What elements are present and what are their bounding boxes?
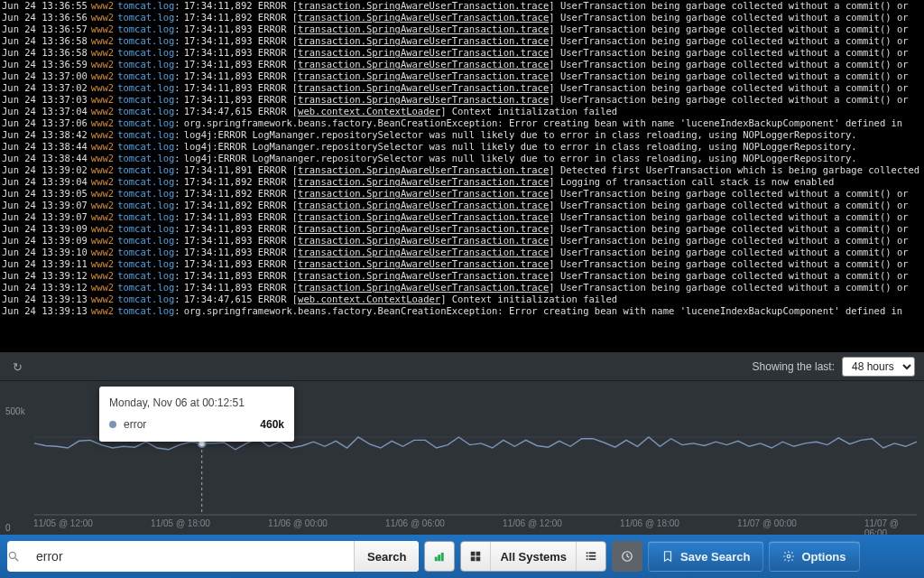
- log-line[interactable]: Jun 24 13:39:07www2tomcat.log: 17:34:11,…: [2, 211, 922, 223]
- time-button[interactable]: [612, 541, 642, 572]
- x-axis-tick: 11/06 @ 06:00: [385, 518, 445, 528]
- log-line[interactable]: Jun 24 13:37:04www2tomcat.log: 17:34:47,…: [2, 106, 922, 117]
- systems-label[interactable]: All Systems: [490, 542, 576, 571]
- svg-point-22: [788, 555, 791, 558]
- log-line[interactable]: Jun 24 13:39:10www2tomcat.log: 17:34:11,…: [2, 247, 922, 258]
- tooltip-series-name: error: [124, 416, 260, 433]
- tooltip-header: Monday, Nov 06 at 00:12:51: [109, 395, 284, 411]
- systems-combo: All Systems: [460, 541, 606, 572]
- log-line[interactable]: Jun 24 13:39:05www2tomcat.log: 17:34:11,…: [2, 188, 922, 200]
- chart-topbar: ↻ Showing the last: 48 hours: [0, 352, 924, 381]
- search-button[interactable]: Search: [354, 541, 419, 572]
- log-line[interactable]: Jun 24 13:39:02www2tomcat.log: 17:34:11,…: [2, 164, 922, 176]
- svg-rect-9: [471, 552, 476, 556]
- x-axis-tick: 11/06 @ 00:00: [268, 518, 328, 528]
- range-label: Showing the last:: [753, 360, 835, 373]
- options-button[interactable]: Options: [769, 541, 859, 572]
- tooltip-value: 460k: [260, 416, 284, 433]
- search-group: Search: [7, 541, 419, 572]
- x-axis-tick: 11/06 @ 12:00: [503, 518, 562, 528]
- log-line[interactable]: Jun 24 13:39:13www2tomcat.log: 17:34:47,…: [2, 294, 922, 305]
- svg-rect-17: [587, 558, 588, 560]
- options-label: Options: [801, 550, 845, 564]
- svg-rect-6: [436, 557, 438, 561]
- svg-rect-10: [476, 552, 481, 556]
- log-line[interactable]: Jun 24 13:39:09www2tomcat.log: 17:34:11,…: [2, 235, 922, 247]
- log-line[interactable]: Jun 24 13:39:12www2tomcat.log: 17:34:11,…: [2, 270, 922, 282]
- log-line[interactable]: Jun 24 13:39:13www2tomcat.log: org.sprin…: [2, 305, 922, 317]
- search-input[interactable]: [32, 542, 354, 571]
- save-search-label: Save Search: [680, 550, 750, 564]
- x-axis-tick: 11/06 @ 18:00: [620, 518, 679, 528]
- log-line[interactable]: Jun 24 13:36:58www2tomcat.log: 17:34:11,…: [2, 35, 922, 47]
- systems-grid-icon[interactable]: [461, 542, 490, 571]
- log-line[interactable]: Jun 24 13:39:12www2tomcat.log: 17:34:11,…: [2, 282, 922, 294]
- log-line[interactable]: Jun 24 13:39:07www2tomcat.log: 17:34:11,…: [2, 200, 922, 211]
- range-select[interactable]: 48 hours: [842, 357, 915, 377]
- log-pane[interactable]: Jun 24 13:36:55www2tomcat.log: 17:34:11,…: [0, 0, 924, 352]
- log-line[interactable]: Jun 24 13:36:58www2tomcat.log: 17:34:11,…: [2, 47, 922, 59]
- svg-rect-14: [589, 552, 596, 554]
- svg-rect-15: [587, 555, 588, 557]
- chart-pane: ↻ Showing the last: 48 hours 500k 0 11/0…: [0, 352, 924, 535]
- chart-tooltip: Monday, Nov 06 at 00:12:51 error 460k: [99, 387, 294, 442]
- log-line[interactable]: Jun 24 13:38:42www2tomcat.log: log4j:ERR…: [2, 129, 922, 141]
- x-axis-tick: 11/07 @ 00:00: [737, 518, 797, 528]
- systems-list-icon[interactable]: [576, 542, 605, 571]
- log-line[interactable]: Jun 24 13:37:02www2tomcat.log: 17:34:11,…: [2, 82, 922, 94]
- log-line[interactable]: Jun 24 13:36:56www2tomcat.log: 17:34:11,…: [2, 12, 922, 23]
- log-line[interactable]: Jun 24 13:37:00www2tomcat.log: 17:34:11,…: [2, 70, 922, 82]
- chart-toggle-button[interactable]: [424, 541, 455, 572]
- svg-rect-12: [476, 557, 481, 562]
- svg-line-5: [15, 558, 19, 562]
- bookmark-icon: [661, 550, 674, 563]
- refresh-icon[interactable]: ↻: [13, 360, 23, 374]
- svg-rect-13: [587, 552, 588, 554]
- x-axis-tick: 11/05 @ 12:00: [33, 518, 93, 528]
- log-line[interactable]: Jun 24 13:36:57www2tomcat.log: 17:34:11,…: [2, 23, 922, 35]
- svg-rect-7: [439, 555, 440, 561]
- log-line[interactable]: Jun 24 13:37:03www2tomcat.log: 17:34:11,…: [2, 94, 922, 106]
- search-icon: [7, 550, 32, 563]
- x-axis-tick: 11/05 @ 18:00: [151, 518, 210, 528]
- log-line[interactable]: Jun 24 13:39:04www2tomcat.log: 17:34:11,…: [2, 176, 922, 188]
- tooltip-series-dot-icon: [109, 421, 116, 428]
- svg-rect-11: [471, 557, 476, 562]
- log-line[interactable]: Jun 24 13:36:55www2tomcat.log: 17:34:11,…: [2, 0, 922, 12]
- log-line[interactable]: Jun 24 13:38:44www2tomcat.log: log4j:ERR…: [2, 153, 922, 164]
- log-line[interactable]: Jun 24 13:38:44www2tomcat.log: log4j:ERR…: [2, 141, 922, 153]
- svg-rect-18: [589, 558, 596, 560]
- log-line[interactable]: Jun 24 13:36:59www2tomcat.log: 17:34:11,…: [2, 59, 922, 70]
- y-axis-max: 500k: [5, 406, 25, 416]
- x-axis: 11/05 @ 12:0011/05 @ 18:0011/06 @ 00:001…: [0, 517, 924, 535]
- log-line[interactable]: Jun 24 13:39:09www2tomcat.log: 17:34:11,…: [2, 223, 922, 235]
- save-search-button[interactable]: Save Search: [648, 541, 763, 572]
- toolbar: Search All Systems Save Search Options: [0, 535, 924, 578]
- svg-line-21: [627, 556, 629, 557]
- log-line[interactable]: Jun 24 13:39:11www2tomcat.log: 17:34:11,…: [2, 258, 922, 270]
- gear-icon: [782, 550, 795, 563]
- svg-rect-16: [589, 555, 596, 557]
- svg-rect-8: [442, 554, 444, 561]
- log-line[interactable]: Jun 24 13:37:06www2tomcat.log: org.sprin…: [2, 117, 922, 129]
- svg-point-4: [9, 552, 15, 558]
